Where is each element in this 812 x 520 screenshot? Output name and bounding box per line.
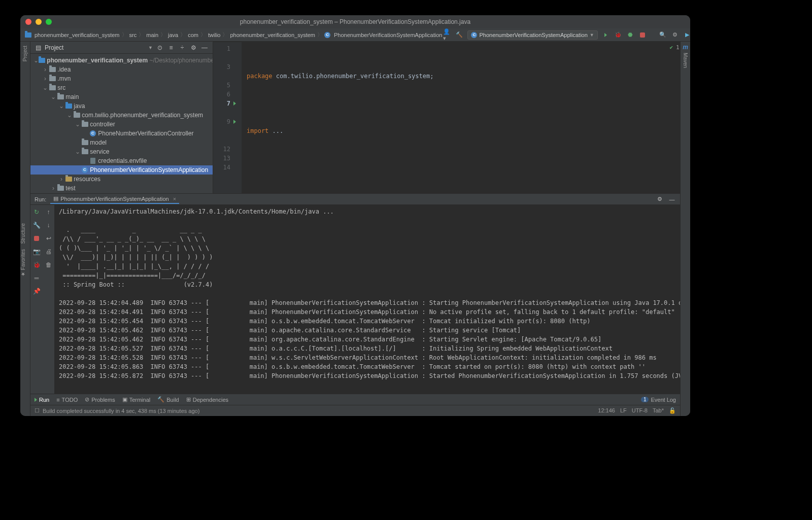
layout-icon[interactable]: ═ — [32, 274, 41, 282]
minimize-window-button[interactable] — [36, 19, 42, 25]
project-panel-header: ▤ Project ▼ ⊙ ≡ ÷ ⚙ — — [30, 42, 213, 54]
status-bar: ☐ Build completed successfully in 4 sec,… — [30, 405, 680, 416]
class-icon: C — [471, 32, 477, 38]
bottom-tab-event-log[interactable]: 1Event Log — [641, 397, 676, 403]
hide-run-panel-icon[interactable]: — — [668, 195, 676, 203]
left-tool-strip-lower: Structure ★ Favorites — [20, 223, 30, 276]
indent-setting[interactable]: Tab* — [653, 407, 664, 414]
close-window-button[interactable] — [25, 19, 31, 25]
toolbar-right: 👤▾ 🔨 C PhonenumberVerificationSystemAppl… — [443, 30, 690, 40]
line-number-gutter: 1 3 567 9 121314 — [213, 42, 233, 194]
run-tool-window: Run: ▤PhonenumberVerificationSystemAppli… — [30, 194, 680, 394]
stop-button[interactable] — [638, 31, 647, 39]
run-settings-icon[interactable]: ⚙ — [656, 195, 664, 203]
up-icon[interactable]: ↑ — [45, 208, 53, 216]
tree-item-controller[interactable]: ⌄ controller — [30, 120, 213, 129]
lock-icon[interactable]: 🔓 — [669, 407, 676, 414]
rerun-button[interactable]: ↻ — [32, 208, 41, 216]
editor[interactable]: 1 3 567 9 121314 ✔1 ᐱ ᐯ package com.twil… — [213, 42, 680, 194]
tree-item-service[interactable]: ⌄ service — [30, 147, 213, 156]
project-view-icon: ▤ — [35, 44, 42, 51]
code-area[interactable]: ✔1 ᐱ ᐯ package com.twilio.phonenumber_ve… — [242, 42, 680, 194]
titlebar: phonenumber_verification_system – Phonen… — [20, 15, 690, 28]
project-panel: ▤ Project ▼ ⊙ ≡ ÷ ⚙ — ⌄ phonenumber_veri… — [30, 42, 213, 193]
project-panel-title[interactable]: Project — [45, 44, 145, 51]
class-icon: C — [324, 31, 331, 39]
line-ending[interactable]: LF — [620, 407, 627, 414]
cursor-position[interactable]: 12:146 — [598, 407, 615, 414]
maven-tool-button[interactable]: Maven — [683, 51, 688, 70]
bottom-tab-problems[interactable]: ⊘Problems — [85, 396, 115, 403]
navigation-bar: phonenumber_verification_system〉 src〉 ma… — [20, 28, 690, 42]
bottom-tab-todo[interactable]: ≡TODO — [56, 397, 78, 403]
bug-icon[interactable]: 🐞 — [32, 261, 41, 269]
soft-wrap-icon[interactable]: ↩ — [45, 234, 53, 242]
clear-icon[interactable]: 🗑 — [45, 261, 53, 269]
window-title: phonenumber_verification_system – Phonen… — [20, 18, 690, 25]
tree-item-target[interactable]: › target — [30, 193, 213, 193]
run-main-gutter-icon[interactable] — [233, 117, 242, 126]
maven-icon[interactable]: m — [683, 44, 688, 51]
project-tree[interactable]: ⌄ phonenumber_verification_system ~/Desk… — [30, 54, 213, 193]
encoding[interactable]: UTF-8 — [632, 407, 648, 414]
run-toolbar-left-1: ↻ 🔧 📷 🐞 ═ 📌 — [30, 205, 43, 394]
tree-item-resources[interactable]: › resources — [30, 175, 213, 184]
search-icon[interactable]: 🔍 — [659, 31, 667, 39]
inspection-status[interactable]: ✔1 ᐱ ᐯ — [669, 43, 680, 52]
down-icon[interactable]: ↓ — [45, 221, 53, 229]
tree-item-java[interactable]: ⌄ java — [30, 101, 213, 111]
bottom-tool-bar: Run ≡TODO ⊘Problems ▣Terminal 🔨Build ⊞De… — [30, 394, 680, 405]
run-tab[interactable]: ▤PhonenumberVerificationSystemApplicatio… — [50, 194, 179, 204]
status-indicator-icon[interactable]: ☐ — [35, 407, 40, 414]
bottom-tab-run[interactable]: Run — [35, 397, 49, 403]
bottom-tab-build[interactable]: 🔨Build — [157, 396, 179, 403]
pin-icon[interactable]: 📌 — [32, 287, 41, 295]
user-icon[interactable]: 👤▾ — [443, 31, 451, 39]
tree-item-main[interactable]: ⌄ main — [30, 92, 213, 101]
run-class-gutter-icon[interactable] — [233, 99, 242, 108]
run-config-name: PhonenumberVerificationSystemApplication — [479, 32, 587, 38]
tree-item-controller-class[interactable]: C PhoneNumberVerificationController — [30, 129, 213, 138]
tree-item-app-class[interactable]: C PhonenumberVerificationSystemApplicati… — [30, 165, 213, 175]
coverage-button[interactable]: ⬣ — [626, 31, 634, 39]
status-message: Build completed successfully in 4 sec, 4… — [43, 408, 598, 414]
camera-icon[interactable]: 📷 — [32, 248, 41, 256]
plugins-icon[interactable]: ▶ — [683, 31, 690, 39]
tree-item-model[interactable]: model — [30, 138, 213, 147]
right-tool-strip: m Maven — [680, 42, 690, 416]
build-icon[interactable]: 🔨 — [455, 31, 463, 39]
structure-tool-button[interactable]: Structure — [20, 223, 26, 244]
print-icon[interactable]: 🖨 — [45, 248, 53, 256]
wrench-icon[interactable]: 🔧 — [32, 221, 41, 229]
select-opened-file-icon[interactable]: ⊙ — [156, 44, 164, 52]
bottom-tab-dependencies[interactable]: ⊞Dependencies — [186, 396, 228, 403]
maximize-window-button[interactable] — [46, 19, 52, 25]
tree-item-test[interactable]: › test — [30, 184, 213, 193]
tree-root[interactable]: ⌄ phonenumber_verification_system ~/Desk… — [30, 56, 213, 65]
chevron-down-icon: ▼ — [590, 32, 594, 38]
expand-all-icon[interactable]: ≡ — [167, 44, 175, 52]
debug-button[interactable]: 🐞 — [614, 31, 622, 39]
run-panel-header: Run: ▤PhonenumberVerificationSystemAppli… — [30, 194, 680, 205]
tree-item-src[interactable]: ⌄ src — [30, 83, 213, 92]
settings-icon[interactable]: ⚙ — [671, 31, 679, 39]
project-tool-button[interactable]: Project — [22, 44, 28, 63]
hide-panel-icon[interactable]: — — [200, 44, 209, 52]
run-gutter — [233, 42, 242, 194]
bottom-tab-terminal[interactable]: ▣Terminal — [122, 396, 151, 403]
breadcrumb[interactable]: phonenumber_verification_system〉 src〉 ma… — [24, 31, 443, 39]
favorites-tool-button[interactable]: ★ Favorites — [20, 249, 26, 277]
window-controls — [25, 19, 52, 25]
tree-item-mvn[interactable]: › .mvn — [30, 74, 213, 83]
run-configuration-selector[interactable]: C PhonenumberVerificationSystemApplicati… — [467, 30, 597, 40]
tree-item-idea[interactable]: › .idea — [30, 65, 213, 74]
panel-settings-icon[interactable]: ⚙ — [189, 44, 197, 52]
tree-item-credentials[interactable]: credentials.envfile — [30, 156, 213, 165]
collapse-all-icon[interactable]: ÷ — [178, 44, 186, 52]
tree-item-package[interactable]: ⌄ com.twilio.phonenumber_verification_sy… — [30, 111, 213, 120]
upper-split: ▤ Project ▼ ⊙ ≡ ÷ ⚙ — ⌄ phonenumber_veri… — [30, 42, 680, 194]
project-icon — [24, 31, 31, 39]
console-output[interactable]: /Library/Java/JavaVirtualMachines/jdk-17… — [55, 205, 680, 394]
stop-button[interactable] — [32, 234, 41, 242]
run-button[interactable] — [602, 31, 610, 39]
